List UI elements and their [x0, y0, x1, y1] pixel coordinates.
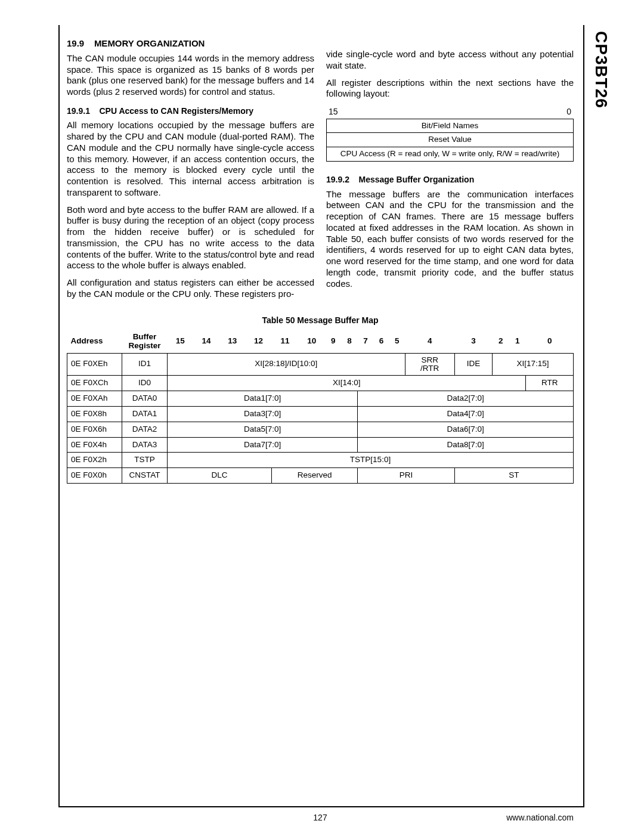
col-buffer-register: Buffer Register — [122, 330, 168, 353]
bit-col: 4 — [405, 330, 454, 353]
bit-col: 0 — [526, 330, 574, 353]
reg-row: Reset Value — [327, 133, 574, 147]
para: vide single-cycle word and byte access w… — [326, 49, 574, 72]
table-row: 0E F0X2h TSTP TSTP[15:0] — [67, 453, 574, 468]
table-row: 0E F0X6h DATA2 Data5[7:0] Data6[7:0] — [67, 422, 574, 437]
bit-col: 2 — [493, 330, 509, 353]
reg-row: Bit/Field Names — [327, 119, 574, 133]
bit-col: 15 — [168, 330, 194, 353]
para: The message buffers are the communicatio… — [326, 189, 574, 290]
bit-col: 9 — [325, 330, 341, 353]
reg-row: CPU Access (R = read only, W = write onl… — [327, 147, 574, 162]
page-footer: 127 www.national.com — [67, 813, 574, 822]
subsection-num: 19.9.2 — [326, 175, 349, 184]
table-row: 0E F0X8h DATA1 Data3[7:0] Data4[7:0] — [67, 406, 574, 422]
para: Both word and byte access to the buffer … — [67, 205, 314, 272]
bit-col: 3 — [454, 330, 492, 353]
para: The CAN module occupies 144 words in the… — [67, 53, 314, 98]
bit-col: 5 — [389, 330, 405, 353]
bit-col: 14 — [193, 330, 219, 353]
page-content: 19.9 MEMORY ORGANIZATION The CAN module … — [67, 38, 574, 484]
table-row: 0E F0X0h CNSTAT DLC Reserved PRI ST — [67, 468, 574, 484]
table-row: 0E F0XCh ID0 XI[14:0] RTR — [67, 376, 574, 391]
bit-high: 15 — [329, 107, 338, 117]
bit-col: 7 — [358, 330, 373, 353]
doc-code: CP3BT26 — [592, 31, 611, 109]
page-number: 127 — [67, 813, 574, 822]
section-num: 19.9 — [67, 38, 84, 48]
para: All configuration and status registers c… — [67, 277, 314, 300]
bit-low: 0 — [566, 107, 571, 117]
bit-col: 12 — [246, 330, 272, 353]
bit-col: 11 — [271, 330, 298, 353]
section-title: MEMORY ORGANIZATION — [94, 38, 205, 48]
para: All memory locations occupied by the mes… — [67, 120, 314, 198]
subsection-num: 19.9.1 — [67, 106, 90, 116]
subsection-title: Message Buffer Organization — [359, 175, 475, 184]
table-row: 0E F0XAh DATA0 Data1[7:0] Data2[7:0] — [67, 391, 574, 406]
bit-col: 6 — [373, 330, 389, 353]
table-row: 0E F0X4h DATA3 Data7[7:0] Data8[7:0] — [67, 437, 574, 453]
para: All register descriptions within the nex… — [326, 78, 574, 100]
bit-col: 8 — [341, 330, 357, 353]
table-row: 0E F0XEh ID1 XI[28:18]/ID[10:0] SRR /RTR… — [67, 353, 574, 375]
subsection-title: CPU Access to CAN Registers/Memory — [100, 106, 254, 116]
register-layout-diagram: 15 0 Bit/Field Names Reset Value CPU Acc… — [326, 107, 574, 162]
table-caption: Table 50 Message Buffer Map — [67, 315, 574, 326]
left-column: 19.9 MEMORY ORGANIZATION The CAN module … — [67, 38, 314, 300]
message-buffer-map-table: Address Buffer Register 15 14 13 12 11 1… — [67, 330, 574, 484]
bit-col: 13 — [219, 330, 246, 353]
right-column: vide single-cycle word and byte access w… — [326, 38, 574, 300]
col-address: Address — [67, 330, 122, 353]
bit-col: 1 — [509, 330, 526, 353]
bit-col: 10 — [298, 330, 325, 353]
